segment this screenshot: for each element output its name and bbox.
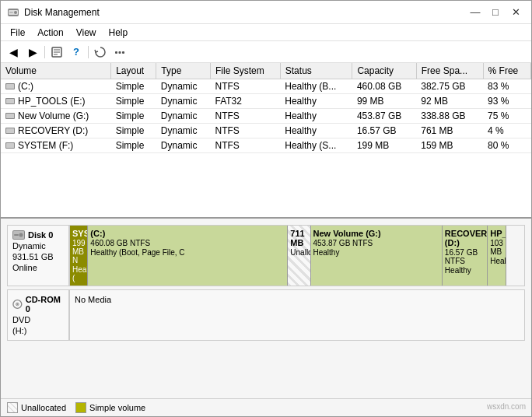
menu-file[interactable]: File — [4, 26, 31, 40]
col-status[interactable]: Status — [280, 63, 352, 79]
legend-unallocated-label: Unallocated — [21, 403, 66, 412]
part-detail1: 16.57 GB NTFS — [445, 248, 485, 265]
cdrom0-label: CD-ROM 0 DVD (H:) — [7, 289, 69, 341]
more-icon — [114, 46, 126, 58]
cell-type: Dynamic — [156, 94, 211, 109]
partition-system[interactable]: SYSTEM 199 MB N Healthy ( — [70, 226, 88, 286]
cell-volume: (C:) — [1, 79, 111, 94]
help-button[interactable]: ? — [67, 44, 86, 61]
partition-recovery[interactable]: RECOVERY (D:) 16.57 GB NTFS Healthy — [443, 226, 488, 286]
cell-layout: Simple — [111, 94, 156, 109]
cell-type: Dynamic — [156, 138, 211, 153]
disk0-size: 931.51 GB — [12, 252, 64, 261]
table-row[interactable]: RECOVERY (D:) Simple Dynamic NTFS Health… — [1, 124, 531, 138]
properties-icon — [51, 46, 63, 58]
legend-simple: Simple volume — [75, 402, 145, 413]
legend-unallocated: Unallocated — [7, 402, 66, 413]
cell-capacity: 453.87 GB — [352, 109, 416, 124]
menu-action[interactable]: Action — [31, 26, 69, 40]
content-area: Volume Layout Type File System Status Ca… — [1, 63, 531, 416]
partition-hp-tools[interactable]: HP_TOC 103 MB Healthy — [488, 226, 506, 286]
partition-unallocated[interactable]: 711 MB Unallocated — [288, 226, 310, 286]
cell-fs: NTFS — [210, 138, 280, 153]
table-row[interactable]: (C:) Simple Dynamic NTFS Healthy (B... 4… — [1, 79, 531, 94]
more-button[interactable] — [110, 44, 129, 61]
cell-pct-free: 93 % — [483, 94, 530, 109]
partition-c-drive[interactable]: (C:) 460.08 GB NTFS Healthy (Boot, Page … — [88, 226, 288, 286]
svg-point-2 — [14, 11, 17, 14]
svg-point-27 — [16, 303, 18, 305]
cell-pct-free: 80 % — [483, 138, 530, 153]
forward-button[interactable]: ▶ — [23, 44, 42, 61]
svg-point-23 — [19, 233, 23, 237]
main-window: Disk Management — □ ✕ File Action View H… — [0, 0, 532, 417]
col-layout[interactable]: Layout — [111, 63, 156, 79]
legend-simple-swatch — [75, 402, 86, 413]
partition-new-volume[interactable]: New Volume (G:) 453.87 GB NTFS Healthy — [311, 226, 443, 286]
close-button[interactable]: ✕ — [506, 5, 525, 20]
col-volume[interactable]: Volume — [1, 63, 111, 79]
cell-capacity: 16.57 GB — [352, 124, 416, 138]
cell-fs: FAT32 — [210, 94, 280, 109]
svg-rect-3 — [9, 12, 13, 13]
svg-rect-12 — [6, 84, 14, 89]
disk0-name: Disk 0 — [28, 230, 53, 240]
cdrom0-icon-area: CD-ROM 0 — [12, 295, 64, 314]
cell-layout: Simple — [111, 138, 156, 153]
cell-capacity: 199 MB — [352, 138, 416, 153]
table-row[interactable]: SYSTEM (F:) Simple Dynamic NTFS Healthy … — [1, 138, 531, 153]
rescan-button[interactable] — [91, 44, 110, 61]
cell-status: Healthy (S... — [280, 138, 352, 153]
cell-free: 159 MB — [416, 138, 483, 153]
cell-status: Healthy — [280, 124, 352, 138]
part-name: SYSTEM — [72, 229, 85, 238]
rescan-icon — [94, 46, 107, 58]
col-pctfree[interactable]: % Free — [483, 63, 530, 79]
cell-volume: RECOVERY (D:) — [1, 124, 111, 138]
cdrom0-type: DVD — [12, 315, 64, 324]
cdrom-icon — [12, 299, 23, 310]
part-name: (C:) — [90, 229, 285, 238]
legend-simple-label: Simple volume — [89, 403, 145, 412]
title-bar: Disk Management — □ ✕ — [1, 1, 531, 24]
svg-rect-20 — [6, 143, 14, 148]
back-button[interactable]: ◀ — [4, 44, 23, 61]
minimize-button[interactable]: — — [466, 5, 485, 20]
part-name: RECOVERY (D:) — [445, 229, 485, 247]
window-title: Disk Management — [24, 7, 100, 18]
svg-rect-24 — [14, 234, 19, 236]
svg-rect-10 — [122, 51, 124, 54]
cell-capacity: 460.08 GB — [352, 79, 416, 94]
col-capacity[interactable]: Capacity — [352, 63, 416, 79]
cell-volume: New Volume (G:) — [1, 109, 111, 124]
disk0-status: Online — [12, 263, 64, 272]
cell-layout: Simple — [111, 79, 156, 94]
disk-management-icon — [7, 6, 19, 19]
maximize-button[interactable]: □ — [486, 5, 505, 20]
part-detail2: Healthy — [445, 266, 485, 275]
part-name: New Volume (G:) — [313, 229, 439, 238]
title-left: Disk Management — [7, 6, 100, 19]
part-detail2: Healthy — [313, 248, 439, 257]
col-freespace[interactable]: Free Spa... — [416, 63, 483, 79]
col-filesystem[interactable]: File System — [210, 63, 280, 79]
cdrom0-content: No Media — [69, 289, 525, 341]
properties-button[interactable] — [47, 44, 66, 61]
menu-help[interactable]: Help — [103, 26, 135, 40]
svg-rect-18 — [6, 128, 14, 133]
disk0-label: Disk 0 Dynamic 931.51 GB Online — [7, 225, 69, 286]
table-row[interactable]: New Volume (G:) Simple Dynamic NTFS Heal… — [1, 109, 531, 124]
menu-view[interactable]: View — [70, 26, 103, 40]
cell-capacity: 99 MB — [352, 94, 416, 109]
col-type[interactable]: Type — [156, 63, 211, 79]
cell-type: Dynamic — [156, 124, 211, 138]
disk0-type: Dynamic — [12, 241, 64, 251]
legend-bar: Unallocated Simple volume — [1, 398, 531, 416]
table-area: Volume Layout Type File System Status Ca… — [1, 63, 531, 219]
cell-status: Healthy — [280, 94, 352, 109]
part-detail1: Unallocated — [290, 248, 307, 257]
cell-free: 382.75 GB — [416, 79, 483, 94]
part-detail2: Healthy (Boot, Page File, C — [90, 248, 285, 257]
cdrom0-row: CD-ROM 0 DVD (H:) No Media — [7, 289, 525, 341]
table-row[interactable]: HP_TOOLS (E:) Simple Dynamic FAT32 Healt… — [1, 94, 531, 109]
